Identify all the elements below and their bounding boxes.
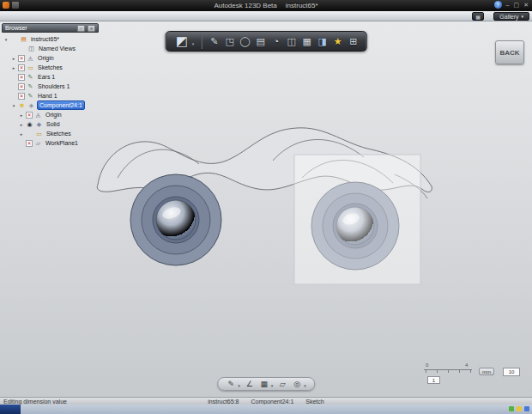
browser-close-button[interactable]: ✕ — [88, 25, 95, 32]
browser-item-sketches[interactable]: ▸▭Sketches — [2, 129, 99, 138]
hidden-toggle-icon[interactable]: ✕ — [18, 83, 25, 90]
expander-icon[interactable]: ▸ — [11, 65, 16, 70]
browser-item-origin[interactable]: ▸✕◬Origin — [2, 110, 99, 119]
apps-button[interactable]: ▦ — [472, 12, 484, 21]
start-button[interactable] — [0, 405, 21, 414]
dropdown-arrow-icon[interactable]: ▾ — [271, 383, 274, 388]
sketch-icon: ✎ — [27, 93, 34, 100]
visible-toggle-icon[interactable]: ◉ — [26, 121, 33, 128]
eye-left[interactable] — [130, 174, 221, 265]
hidden-toggle-icon[interactable]: ✕ — [18, 64, 25, 71]
selection-box — [294, 155, 420, 284]
browser-item-label: Sketches — [36, 64, 64, 71]
back-button[interactable]: BACK — [495, 40, 524, 64]
hidden-toggle-icon[interactable]: ✕ — [26, 140, 33, 147]
grid-size-input[interactable]: 10 — [503, 368, 520, 376]
tray-icon-green[interactable] — [509, 406, 514, 411]
sketch-icon[interactable]: ✎ — [208, 34, 221, 48]
plane-icon[interactable]: ▱ — [277, 379, 287, 389]
hidden-toggle-icon[interactable]: ✕ — [18, 55, 25, 62]
orbit-icon[interactable]: ◎ — [292, 379, 302, 389]
browser-header[interactable]: Browser ▫ ✕ — [2, 23, 99, 33]
browser-item-workplane1[interactable]: ✕▱WorkPlane1 — [2, 138, 99, 148]
grid-snap-icon[interactable]: ▦ — [259, 379, 269, 389]
sketch-icon: ✎ — [27, 74, 34, 81]
hidden-toggle-icon[interactable]: ✕ — [26, 112, 33, 119]
checkbox-spacer — [26, 131, 33, 137]
pattern-icon[interactable]: ▦ — [300, 34, 313, 48]
expander-icon[interactable]: ▾ — [3, 37, 9, 42]
dropdown-arrow-icon[interactable]: ▾ — [192, 41, 195, 46]
browser-item-shoulders-1[interactable]: ✕✎Shoulders 1 — [2, 82, 99, 91]
app-title: Autodesk 123D Beta — [214, 2, 276, 9]
chevron-down-icon: ▾ — [521, 13, 523, 21]
close-button[interactable]: ✕ — [523, 1, 529, 9]
browser-item-ears-1[interactable]: ✕✎Ears 1 — [2, 72, 99, 82]
folder-icon: ▭ — [35, 131, 43, 137]
browser-item-origin[interactable]: ▸✕◬Origin — [2, 53, 99, 63]
browser-item-hand-1[interactable]: ✕✎Hand 1 — [2, 91, 99, 100]
combine-icon[interactable]: ◫ — [285, 34, 298, 48]
browser-item-named-views[interactable]: ◫Named Views — [2, 44, 99, 53]
browser-item-sketches[interactable]: ▸✕▭Sketches — [2, 63, 99, 72]
ruler-label-end: 4 — [465, 362, 468, 368]
browser-item-solid[interactable]: ▸◉◆Solid — [2, 119, 99, 129]
extrude-icon[interactable]: ▤ — [254, 34, 267, 48]
hidden-toggle-icon[interactable]: ✕ — [18, 74, 25, 81]
unit-selector[interactable]: mm — [479, 368, 494, 375]
ruler-label-start: 0 — [426, 362, 428, 368]
dropdown-arrow-icon[interactable]: ▾ — [238, 383, 240, 388]
expander-icon[interactable]: ▸ — [19, 131, 24, 137]
expander-icon[interactable]: ▸ — [11, 56, 16, 61]
viewport[interactable]: Browser ▫ ✕ ▾▤instruct65*◫Named Views▸✕◬… — [0, 21, 532, 397]
browser-item-label: Named Views — [37, 45, 77, 52]
browser-item-label: Shoulders 1 — [36, 82, 71, 90]
expander-icon[interactable]: ▾ — [11, 103, 16, 108]
active-bulb-icon[interactable]: ● — [18, 102, 26, 109]
minimize-button[interactable]: – — [506, 1, 510, 9]
construction-icon[interactable]: ∠ — [245, 379, 255, 389]
browser-pin-button[interactable]: ▫ — [77, 25, 85, 32]
sphere-icon[interactable]: ◯ — [239, 34, 251, 48]
browser-title: Browser — [5, 25, 27, 31]
insert-star-icon[interactable]: ★ — [331, 34, 344, 48]
browser-item-instruct65-[interactable]: ▾▤instruct65* — [2, 34, 99, 44]
browser-item-label: Solid — [45, 120, 62, 128]
dropdown-arrow-icon[interactable]: ▾ — [304, 383, 306, 388]
browser-item-component24-1[interactable]: ▾●◈Component24:1 — [2, 100, 99, 110]
help-icon[interactable]: ? — [494, 1, 502, 9]
gallery-label: Gallery — [499, 13, 518, 21]
plane-icon: ▱ — [34, 140, 42, 147]
view-cube-menu-icon[interactable]: ◩ — [172, 33, 191, 50]
primitive-box-icon[interactable]: ◳ — [223, 34, 236, 48]
tray-icon-yellow[interactable] — [517, 406, 522, 411]
solid-icon: ◆ — [35, 121, 43, 128]
os-taskbar[interactable] — [0, 405, 532, 414]
tray-icon-blue[interactable] — [524, 406, 529, 411]
browser-item-label: instruct65* — [29, 35, 61, 43]
browser-panel: Browser ▫ ✕ ▾▤instruct65*◫Named Views▸✕◬… — [2, 23, 99, 148]
snap-value-input[interactable]: 1 — [427, 376, 440, 384]
status-bar: Editing dimension value instruct65:8Comp… — [0, 397, 532, 405]
component-icon: ◈ — [27, 102, 35, 109]
browser-item-label: Ears 1 — [36, 73, 57, 81]
revolve-icon[interactable]: ◔ — [269, 34, 282, 48]
snap-grid-icon[interactable]: ⊞ — [347, 34, 360, 48]
expander-icon[interactable]: ▸ — [19, 122, 24, 127]
browser-tree: ▾▤instruct65*◫Named Views▸✕◬Origin▸✕▭Ske… — [2, 33, 99, 148]
menu-bar: ▦ Gallery ▾ — [0, 11, 532, 21]
maximize-button[interactable]: ▢ — [514, 1, 520, 9]
gallery-button[interactable]: Gallery ▾ — [493, 12, 529, 21]
main-toolbar-icons: ◩▾✎◳◯▤◔◫▦◨★⊞ — [166, 31, 367, 52]
hidden-toggle-icon[interactable]: ✕ — [18, 93, 25, 100]
material-icon[interactable]: ◨ — [316, 34, 329, 48]
document-icon — [12, 2, 19, 9]
expander-icon[interactable]: ▸ — [19, 113, 24, 118]
checkbox-spacer — [10, 36, 18, 43]
browser-item-label: WorkPlane1 — [44, 139, 80, 147]
folder-icon: ▭ — [27, 64, 34, 71]
dimension-icon[interactable]: ✎ — [226, 379, 236, 389]
sketch-toolbar-icons: ✎▾∠▦▾▱◎▾ — [217, 377, 315, 391]
checkbox-spacer — [18, 46, 26, 52]
origin-icon: ◬ — [34, 112, 42, 119]
